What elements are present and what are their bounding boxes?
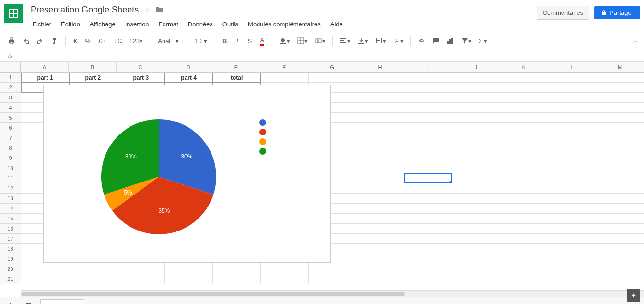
column-header[interactable]: D <box>164 62 212 72</box>
cell[interactable]: part 4 <box>165 73 213 83</box>
cell[interactable] <box>596 103 644 113</box>
cell[interactable] <box>500 194 548 204</box>
cell[interactable] <box>309 73 357 83</box>
cell[interactable] <box>500 83 548 93</box>
cell[interactable] <box>596 244 644 254</box>
cell[interactable] <box>404 183 452 194</box>
column-header[interactable]: A <box>21 62 69 72</box>
cell[interactable] <box>356 173 404 183</box>
cell[interactable] <box>452 234 500 244</box>
cell[interactable] <box>596 214 644 224</box>
cell[interactable] <box>548 133 596 143</box>
italic-button[interactable]: I <box>232 35 243 47</box>
row-header[interactable]: 2 <box>0 83 21 93</box>
filter-icon[interactable]: ▾ <box>458 35 475 47</box>
font-size-select[interactable]: 10▾ <box>191 36 211 47</box>
column-header[interactable]: C <box>117 62 164 72</box>
cell[interactable] <box>404 103 452 113</box>
row-header[interactable]: 19 <box>0 254 21 264</box>
cell[interactable] <box>356 183 404 194</box>
row-header[interactable]: 4 <box>0 103 21 113</box>
explore-button[interactable]: ✦ <box>627 289 640 302</box>
add-sheet-button[interactable] <box>4 298 17 304</box>
bold-button[interactable]: B <box>219 35 231 47</box>
menu-view[interactable]: Affichage <box>86 19 119 30</box>
row-header[interactable]: 13 <box>0 194 21 204</box>
collapse-toolbar-icon[interactable]: ︿ <box>633 36 639 45</box>
cell[interactable] <box>548 153 596 163</box>
cell[interactable] <box>404 194 452 204</box>
link-icon[interactable] <box>415 35 428 47</box>
cell[interactable] <box>452 123 500 133</box>
cell[interactable] <box>548 254 596 264</box>
cell[interactable] <box>500 264 548 274</box>
cell[interactable] <box>404 264 452 274</box>
cell[interactable]: part 3 <box>117 73 165 83</box>
column-header[interactable]: I <box>404 62 452 72</box>
cell[interactable] <box>548 93 596 103</box>
cell[interactable] <box>452 153 500 163</box>
cell[interactable] <box>452 133 500 143</box>
cell[interactable] <box>356 274 404 284</box>
horizontal-scrollbar[interactable] <box>21 290 644 297</box>
cell[interactable] <box>356 264 404 274</box>
cell[interactable] <box>404 123 452 133</box>
cell[interactable] <box>21 274 69 284</box>
cell[interactable] <box>500 274 548 284</box>
sheet-tab[interactable]: Feuille 1▾ <box>40 299 84 304</box>
cell[interactable] <box>596 224 644 234</box>
cell[interactable] <box>500 254 548 264</box>
cell[interactable] <box>165 264 213 274</box>
cell[interactable] <box>596 204 644 214</box>
row-header[interactable]: 7 <box>0 133 21 143</box>
cell[interactable] <box>356 214 404 224</box>
cell[interactable] <box>596 83 644 93</box>
cell[interactable] <box>261 274 309 284</box>
cell[interactable] <box>596 153 644 163</box>
cell[interactable] <box>452 113 500 123</box>
row-header[interactable]: 16 <box>0 224 21 234</box>
cell[interactable] <box>69 274 117 284</box>
cell[interactable] <box>452 93 500 103</box>
doc-title[interactable]: Presentation Google Sheets <box>29 4 141 16</box>
cell[interactable] <box>356 73 404 83</box>
fill-color-button[interactable]: ▾ <box>276 35 293 47</box>
cell[interactable] <box>548 123 596 133</box>
cell[interactable] <box>404 113 452 123</box>
cell[interactable] <box>452 83 500 93</box>
cell[interactable] <box>404 244 452 254</box>
cell[interactable] <box>452 274 500 284</box>
cell[interactable] <box>356 163 404 173</box>
cell[interactable] <box>452 224 500 234</box>
cell[interactable] <box>117 264 165 274</box>
cell[interactable] <box>356 194 404 204</box>
cell[interactable] <box>596 234 644 244</box>
cell[interactable] <box>596 133 644 143</box>
cell[interactable] <box>404 224 452 234</box>
cell[interactable] <box>500 113 548 123</box>
column-header[interactable]: M <box>596 62 644 72</box>
row-header[interactable]: 8 <box>0 143 21 153</box>
cell[interactable] <box>356 204 404 214</box>
cell[interactable] <box>596 73 644 83</box>
cell[interactable] <box>452 244 500 254</box>
cell[interactable] <box>548 163 596 173</box>
cell[interactable] <box>500 244 548 254</box>
cell[interactable] <box>548 73 596 83</box>
cell[interactable] <box>356 244 404 254</box>
row-header[interactable]: 5 <box>0 113 21 123</box>
cell[interactable] <box>596 143 644 153</box>
cell[interactable] <box>69 264 117 274</box>
cell[interactable] <box>356 113 404 123</box>
cell[interactable]: total <box>213 73 261 83</box>
cell[interactable] <box>548 194 596 204</box>
cell[interactable] <box>309 274 357 284</box>
cell[interactable] <box>596 163 644 173</box>
cell[interactable] <box>404 143 452 153</box>
cell[interactable] <box>309 264 357 274</box>
decrease-decimal-button[interactable]: .0← <box>94 35 111 47</box>
menu-format[interactable]: Format <box>155 19 182 30</box>
cell[interactable] <box>500 163 548 173</box>
cell[interactable] <box>356 254 404 264</box>
menu-data[interactable]: Données <box>184 19 217 30</box>
